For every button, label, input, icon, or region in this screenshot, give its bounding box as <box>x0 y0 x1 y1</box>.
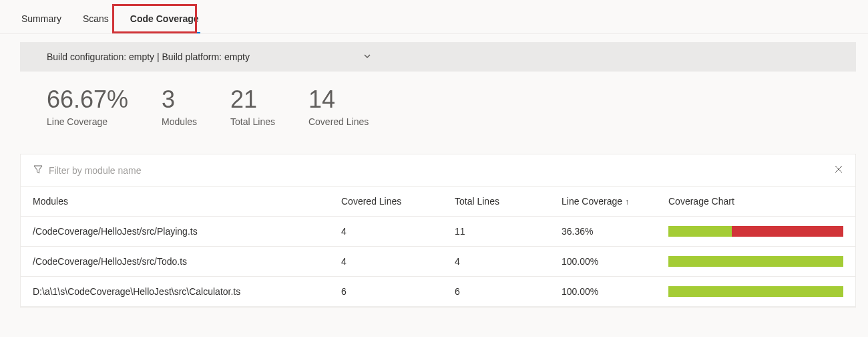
table-row[interactable]: /CodeCoverage/HelloJest/src/Todo.ts 4 4 … <box>21 247 855 277</box>
table-row[interactable]: D:\a\1\s\CodeCoverage\HelloJest\src\Calc… <box>21 277 855 307</box>
tab-scans[interactable]: Scans <box>81 9 110 33</box>
filter-row <box>21 154 855 187</box>
stat-label: Total Lines <box>230 116 275 127</box>
tab-summary[interactable]: Summary <box>20 9 63 33</box>
stats-row: 66.67% Line Coverage 3 Modules 21 Total … <box>20 85 856 147</box>
coverage-table-card: Modules Covered Lines Total Lines Line C… <box>20 154 856 308</box>
col-header-modules[interactable]: Modules <box>21 187 335 217</box>
stat-value: 14 <box>308 85 369 114</box>
cell-coverage: 100.00% <box>555 247 662 277</box>
cell-covered: 4 <box>335 247 448 277</box>
stat-label: Covered Lines <box>308 116 369 127</box>
cell-module: /CodeCoverage/HelloJest/src/Todo.ts <box>21 247 335 277</box>
stat-line-coverage: 66.67% Line Coverage <box>47 85 128 127</box>
filter-input[interactable] <box>49 165 829 176</box>
table-row[interactable]: /CodeCoverage/HelloJest/src/Playing.ts 4… <box>21 217 855 247</box>
coverage-bar <box>668 286 843 297</box>
build-config-text: Build configuration: empty | Build platf… <box>47 51 250 62</box>
coverage-table: Modules Covered Lines Total Lines Line C… <box>21 187 855 307</box>
stat-label: Modules <box>162 116 197 127</box>
cell-module: D:\a\1\s\CodeCoverage\HelloJest\src\Calc… <box>21 277 335 307</box>
cell-module: /CodeCoverage/HelloJest/src/Playing.ts <box>21 217 335 247</box>
cell-covered: 6 <box>335 277 448 307</box>
stat-value: 21 <box>230 85 275 114</box>
cell-chart <box>662 217 855 247</box>
cell-covered: 4 <box>335 217 448 247</box>
cell-chart <box>662 277 855 307</box>
close-icon[interactable] <box>834 164 843 176</box>
cell-chart <box>662 247 855 277</box>
col-header-coverage-chart[interactable]: Coverage Chart <box>662 187 855 217</box>
build-config-bar[interactable]: Build configuration: empty | Build platf… <box>20 42 856 72</box>
col-header-line-coverage[interactable]: Line Coverage↑ <box>555 187 662 217</box>
stat-value: 66.67% <box>47 85 128 114</box>
coverage-bar <box>668 256 843 267</box>
stat-covered-lines: 14 Covered Lines <box>308 85 369 127</box>
chevron-down-icon <box>363 51 371 62</box>
stat-total-lines: 21 Total Lines <box>230 85 275 127</box>
cell-coverage: 36.36% <box>555 217 662 247</box>
col-header-total-lines[interactable]: Total Lines <box>448 187 555 217</box>
table-header-row: Modules Covered Lines Total Lines Line C… <box>21 187 855 217</box>
stat-label: Line Coverage <box>47 116 128 127</box>
filter-icon <box>33 164 43 177</box>
cell-coverage: 100.00% <box>555 277 662 307</box>
col-header-covered-lines[interactable]: Covered Lines <box>335 187 448 217</box>
cell-total: 11 <box>448 217 555 247</box>
stat-modules: 3 Modules <box>162 85 197 127</box>
cell-total: 4 <box>448 247 555 277</box>
tab-code-coverage[interactable]: Code Coverage <box>129 9 200 33</box>
cell-total: 6 <box>448 277 555 307</box>
coverage-bar <box>668 226 843 237</box>
stat-value: 3 <box>162 85 197 114</box>
tabs-bar: Summary Scans Code Coverage <box>0 0 868 34</box>
sort-arrow-up-icon: ↑ <box>625 197 629 207</box>
